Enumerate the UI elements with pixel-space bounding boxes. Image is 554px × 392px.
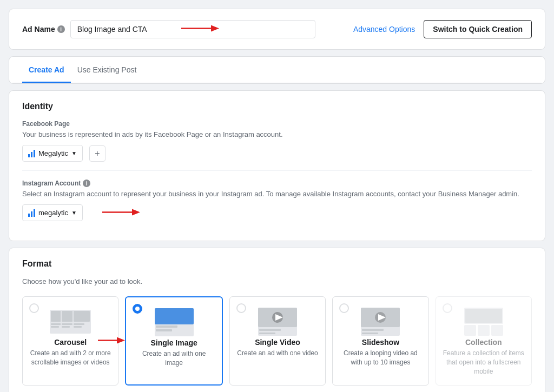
tab-create-ad[interactable]: Create Ad (22, 57, 71, 83)
facebook-page-section: Facebook Page Your business is represent… (22, 120, 532, 162)
ad-name-info-icon[interactable]: i (57, 25, 65, 33)
collection-desc: Feature a collection of items that open … (443, 349, 525, 376)
advanced-options-link[interactable]: Advanced Options (353, 25, 415, 34)
format-option-collection: Collection Feature a collection of items… (436, 296, 532, 385)
carousel-name: Carousel (54, 338, 87, 347)
single-video-name: Single Video (255, 338, 300, 347)
identity-title: Identity (22, 102, 532, 111)
format-options: Carousel Create an ad with 2 or more scr… (22, 296, 532, 385)
ad-name-input[interactable] (70, 20, 315, 38)
svg-rect-15 (74, 326, 82, 328)
facebook-page-dropdown[interactable]: Megalytic ▼ (22, 145, 83, 162)
facebook-page-controls: Megalytic ▼ + (22, 145, 532, 162)
collection-thumbnail (462, 305, 505, 338)
format-option-single-image[interactable]: Single Image Create an ad with one image (125, 296, 222, 385)
single-video-thumbnail (256, 305, 299, 338)
single-image-name: Single Image (150, 338, 197, 347)
single-image-thumbnail (153, 306, 196, 338)
svg-rect-7 (51, 326, 59, 328)
ad-name-card: Ad Name i Advanced Options Switch to Qui… (9, 9, 545, 50)
slideshow-thumbnail (359, 305, 402, 338)
svg-rect-13 (74, 311, 90, 322)
carousel-desc: Create an ad with 2 or more scrollable i… (29, 349, 111, 367)
format-option-carousel[interactable]: Carousel Create an ad with 2 or more scr… (22, 296, 118, 385)
format-radio-single-video (236, 303, 246, 313)
format-radio-carousel (29, 303, 39, 313)
facebook-page-label: Facebook Page (22, 120, 532, 128)
format-option-single-video[interactable]: Single Video Create an ad with one video (229, 296, 326, 385)
facebook-page-chevron-icon: ▼ (71, 150, 77, 156)
svg-rect-21 (156, 329, 172, 331)
svg-rect-19 (155, 308, 194, 324)
svg-marker-3 (132, 209, 140, 215)
instagram-account-selected: megalytic (38, 209, 68, 217)
ad-name-input-wrapper (70, 20, 315, 38)
svg-rect-32 (362, 329, 384, 331)
facebook-page-selected: Megalytic (38, 149, 68, 157)
svg-rect-14 (74, 323, 84, 325)
single-video-desc: Create an ad with one video (237, 349, 318, 358)
single-image-desc: Create an ad with one image (133, 349, 215, 368)
switch-to-quick-creation-button[interactable]: Switch to Quick Creation (424, 20, 532, 38)
instagram-info-icon[interactable]: i (83, 180, 90, 187)
instagram-account-dropdown[interactable]: megalytic ▼ (22, 204, 83, 221)
ad-name-label: Ad Name i (22, 25, 65, 34)
svg-rect-20 (156, 325, 177, 328)
instagram-account-chevron-icon: ▼ (71, 210, 77, 216)
svg-rect-35 (464, 325, 476, 336)
format-radio-slideshow (339, 303, 349, 313)
svg-rect-38 (465, 309, 502, 323)
tabs-card: Create Ad Use Existing Post (9, 56, 545, 84)
slideshow-desc: Create a looping video ad with up to 10 … (339, 349, 421, 367)
megalytic-fb-icon (28, 150, 35, 157)
identity-card: Identity Facebook Page Your business is … (9, 90, 545, 241)
tabs-nav: Create Ad Use Existing Post (9, 57, 545, 83)
instagram-account-label: Instagram Account i (22, 180, 532, 187)
svg-rect-27 (259, 333, 275, 334)
slideshow-name: Slideshow (362, 338, 399, 347)
format-subtitle: Choose how you'd like your ad to look. (22, 277, 532, 285)
megalytic-ig-icon (28, 209, 35, 217)
svg-rect-11 (62, 326, 70, 328)
svg-rect-10 (62, 323, 72, 325)
svg-rect-37 (491, 325, 503, 336)
tab-use-existing-post[interactable]: Use Existing Post (71, 57, 143, 83)
ad-name-section: Ad Name i Advanced Options (22, 20, 415, 38)
facebook-page-description: Your business is represented in ads by i… (22, 130, 532, 139)
instagram-account-controls: megalytic ▼ (22, 204, 532, 221)
format-option-slideshow[interactable]: Slideshow Create a looping video ad with… (332, 296, 428, 385)
red-arrow-instagram (102, 207, 140, 219)
svg-rect-26 (259, 329, 281, 331)
collection-name: Collection (465, 338, 502, 347)
format-radio-collection (443, 303, 452, 313)
format-title: Format (22, 259, 532, 269)
instagram-account-description: Select an Instagram account to represent… (22, 189, 532, 199)
format-radio-single-image (133, 304, 142, 314)
svg-rect-6 (51, 323, 62, 325)
instagram-account-section: Instagram Account i Select an Instagram … (22, 170, 532, 221)
format-card: Format Choose how you'd like your ad to … (9, 248, 545, 392)
svg-rect-36 (478, 325, 490, 336)
add-facebook-page-button[interactable]: + (89, 145, 105, 162)
carousel-thumbnail (49, 305, 92, 338)
svg-rect-33 (362, 333, 378, 334)
